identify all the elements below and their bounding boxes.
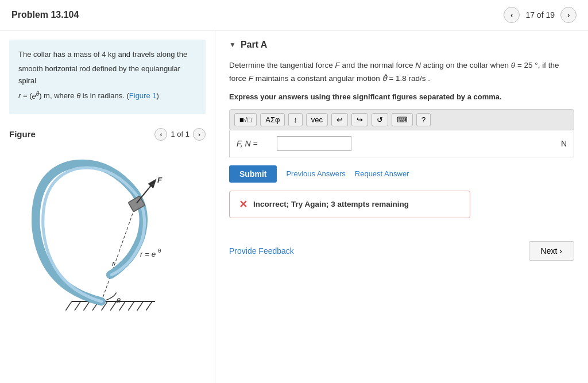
figure-section: Figure ‹ 1 of 1 › (0, 123, 215, 383)
svg-text:θ: θ (158, 248, 161, 254)
answer-input[interactable] (277, 136, 351, 151)
provide-feedback-link[interactable]: Provide Feedback (229, 246, 294, 256)
figure-title: Figure (9, 129, 36, 139)
description-line2: smooth horizontal rod defined by the equ… (18, 63, 196, 87)
problem-text: Determine the tangential force F and the… (229, 59, 574, 86)
answer-instruction: Express your answers using three signifi… (229, 92, 574, 101)
answer-row: F, N = N (229, 130, 574, 157)
part-label: Part A (241, 40, 268, 50)
svg-text:θ: θ (117, 296, 121, 305)
next-problem-button[interactable]: › (560, 7, 577, 23)
problem-title: Problem 13.104 (11, 10, 79, 20)
toolbar-vec-btn[interactable]: vec (306, 113, 328, 126)
part-header: ▼ Part A (229, 40, 574, 50)
svg-text:r: r (112, 258, 115, 267)
toolbar-arrows-btn[interactable]: ↕ (288, 113, 303, 126)
toolbar-redo-btn[interactable]: ↪ (351, 113, 368, 126)
svg-line-6 (110, 301, 116, 311)
figure-prev-button[interactable]: ‹ (154, 128, 167, 141)
toolbar-refresh-btn[interactable]: ↺ (372, 113, 388, 126)
toolbar-help-btn[interactable]: ? (416, 113, 431, 126)
submit-button[interactable]: Submit (229, 165, 277, 183)
problem-description: The collar has a mass of 4 kg and travel… (9, 40, 206, 114)
figure-link[interactable]: Figure 1 (129, 92, 157, 100)
left-panel: The collar has a mass of 4 kg and travel… (0, 30, 215, 383)
error-box: ✕ Incorrect; Try Again; 3 attempts remai… (229, 191, 470, 218)
svg-line-1 (65, 301, 71, 311)
next-label: Next (541, 246, 558, 256)
figure-next-button[interactable]: › (193, 128, 206, 141)
svg-line-8 (128, 301, 134, 311)
right-panel: ▼ Part A Determine the tangential force … (215, 30, 588, 383)
svg-line-3 (84, 301, 90, 311)
figure-navigation: ‹ 1 of 1 › (154, 128, 206, 141)
answer-unit: N (561, 139, 567, 148)
previous-answers-link[interactable]: Previous Answers (286, 169, 345, 178)
answer-label: F, N = (237, 139, 271, 148)
navigation-controls: ‹ 17 of 19 › (504, 7, 577, 23)
figure-image: r r = e θ θ (9, 150, 206, 322)
toolbar-symbols-btn[interactable]: ΑΣφ (260, 113, 285, 126)
next-arrow-icon: › (559, 246, 562, 256)
toolbar-matrix-btn[interactable]: ■√□ (234, 113, 257, 126)
math-toolbar: ■√□ ΑΣφ ↕ vec ↩ ↪ ↺ ⌨ ? (229, 109, 574, 130)
prev-problem-button[interactable]: ‹ (504, 7, 520, 23)
error-message: Incorrect; Try Again; 3 attempts remaini… (253, 200, 409, 208)
description-formula: r = (eθ) m, where θ is in radians. (Figu… (18, 89, 196, 102)
figure-header: Figure ‹ 1 of 1 › (9, 123, 206, 145)
submit-row: Submit Previous Answers Request Answer (229, 165, 574, 183)
figure-count: 1 of 1 (171, 130, 189, 138)
next-button[interactable]: Next › (529, 241, 574, 261)
svg-line-2 (75, 301, 80, 311)
svg-line-9 (137, 301, 143, 311)
error-icon: ✕ (239, 198, 247, 211)
toolbar-keyboard-btn[interactable]: ⌨ (392, 113, 413, 126)
problem-count: 17 of 19 (525, 10, 555, 20)
request-answer-link[interactable]: Request Answer (355, 169, 409, 178)
description-line1: The collar has a mass of 4 kg and travel… (18, 49, 196, 61)
svg-text:F: F (157, 175, 163, 184)
svg-line-10 (146, 301, 152, 311)
bottom-row: Provide Feedback Next › (229, 235, 574, 261)
svg-text:r = e: r = e (140, 250, 156, 258)
toolbar-undo-btn[interactable]: ↩ (331, 113, 348, 126)
figure-svg: r r = e θ θ (21, 156, 194, 316)
collapse-arrow-icon[interactable]: ▼ (229, 41, 236, 49)
